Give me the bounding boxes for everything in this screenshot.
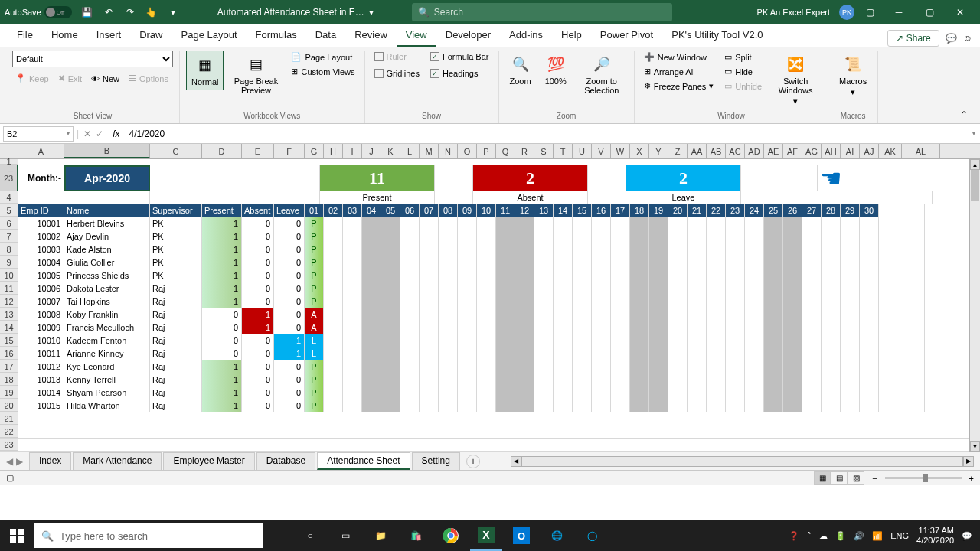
cell[interactable] [592,256,611,269]
zoom-selection-button[interactable]: 🔎Zoom to Selection [576,51,628,98]
cell[interactable]: 05 [381,204,400,217]
cell[interactable]: Absent [242,204,274,217]
cell[interactable]: 0 [242,217,274,230]
cell[interactable] [477,386,496,399]
cell[interactable] [381,256,400,269]
cell[interactable] [18,159,960,165]
cell[interactable] [745,347,764,360]
cell[interactable] [649,360,668,373]
cell[interactable]: 0 [202,334,242,347]
cell[interactable] [588,165,626,191]
cell[interactable] [745,373,764,386]
arrange-all-button[interactable]: ⊞Arrange All [641,65,717,78]
cell[interactable] [420,373,439,386]
col-header[interactable]: K [381,144,400,158]
row-header[interactable]: 12 [0,295,18,308]
pagebreak-view-icon[interactable]: ▧ [848,471,864,485]
cell[interactable] [554,308,573,321]
cell[interactable] [707,360,726,373]
cell[interactable] [860,256,879,269]
sheet-tab-mark-attendance[interactable]: Mark Attendance [73,452,162,470]
cell[interactable] [439,243,458,256]
cell[interactable] [381,321,400,334]
cell[interactable] [496,269,515,282]
cell[interactable] [573,386,592,399]
cell[interactable]: 10004 [18,256,64,269]
col-header[interactable]: O [458,144,477,158]
cell[interactable]: 15 [573,204,592,217]
cell[interactable] [707,334,726,347]
cell[interactable] [343,217,362,230]
cell[interactable] [649,243,668,256]
cell[interactable] [573,295,592,308]
cell[interactable] [879,256,925,269]
cell[interactable] [400,386,420,399]
cell[interactable] [668,360,688,373]
cell[interactable] [439,230,458,243]
cell[interactable] [534,373,554,386]
cell[interactable] [822,217,841,230]
cell[interactable]: L [305,347,324,360]
language-indicator[interactable]: ENG [890,531,909,540]
cell[interactable] [592,386,611,399]
cell[interactable] [841,334,860,347]
cell[interactable] [573,230,592,243]
onedrive-icon[interactable]: ☁ [819,531,828,541]
cell[interactable] [324,282,343,295]
row-header[interactable]: 18 [0,373,18,386]
cell[interactable] [741,165,818,191]
cell[interactable] [150,165,320,191]
cell[interactable] [343,243,362,256]
cell[interactable] [649,334,668,347]
col-header[interactable]: R [515,144,534,158]
cell[interactable] [611,243,630,256]
cell[interactable] [707,321,726,334]
cell[interactable] [362,308,381,321]
cell[interactable] [324,230,343,243]
cell[interactable] [515,386,534,399]
cell[interactable] [343,321,362,334]
sheetview-select[interactable]: Default [12,51,173,67]
cell[interactable] [707,373,726,386]
cell[interactable] [458,308,477,321]
cell[interactable]: 12 [515,204,534,217]
cell[interactable]: 29 [841,204,860,217]
cell[interactable]: 08 [439,204,458,217]
col-header[interactable]: AG [802,144,822,158]
cell[interactable] [783,243,802,256]
cell[interactable] [554,373,573,386]
tab-developer[interactable]: Developer [436,24,500,47]
cell[interactable]: P [305,256,324,269]
cell[interactable] [822,399,841,412]
cell[interactable] [477,256,496,269]
cell[interactable]: 10009 [18,321,64,334]
cell[interactable]: 10 [477,204,496,217]
cell[interactable] [18,412,960,425]
cell[interactable] [573,243,592,256]
cell[interactable] [630,217,649,230]
cell[interactable] [439,334,458,347]
cell[interactable] [458,269,477,282]
pagelayout-view-icon[interactable]: ▤ [831,471,848,485]
cell[interactable] [362,321,381,334]
cell[interactable] [458,347,477,360]
window-mode-icon[interactable]: ▢ [864,6,876,18]
vertical-scrollbar[interactable]: ▲ ▼ [969,159,980,452]
user-avatar[interactable]: PK [839,5,854,20]
col-header[interactable]: Y [649,144,668,158]
cell[interactable] [879,243,925,256]
cell[interactable] [534,386,554,399]
cell[interactable] [435,165,473,191]
cell[interactable] [802,282,822,295]
tab-page-layout[interactable]: Page Layout [172,24,247,47]
battery-icon[interactable]: 🔋 [835,531,846,541]
cell[interactable] [439,373,458,386]
cell[interactable] [400,256,420,269]
col-header[interactable]: AC [726,144,745,158]
cell[interactable] [726,321,745,334]
unhide-button[interactable]: ▭Unhide [721,80,765,93]
col-header[interactable]: V [592,144,611,158]
tab-home[interactable]: Home [42,24,87,47]
cell[interactable] [668,347,688,360]
cell[interactable] [707,217,726,230]
